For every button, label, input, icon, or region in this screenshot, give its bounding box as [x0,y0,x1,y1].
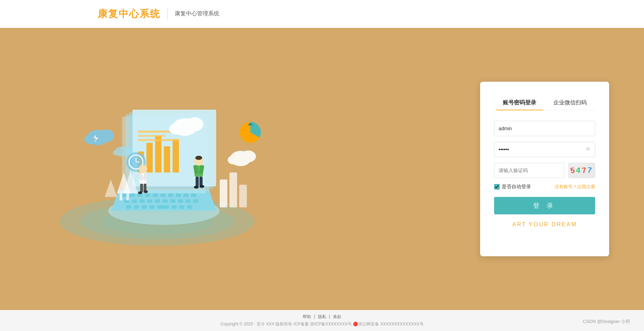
svg-point-79 [122,147,133,154]
svg-rect-41 [173,139,179,172]
captcha-row: 5 4 7 7 [494,163,595,178]
tab-password[interactable]: 账号密码登录 [496,96,543,110]
svg-point-80 [113,149,121,156]
svg-rect-55 [120,193,122,200]
footer-credit: CSDN @Designer 小邦 [583,318,630,325]
logo-cn: 康复中心系统 [98,7,160,21]
svg-point-66 [195,156,202,160]
svg-rect-24 [193,199,198,203]
svg-marker-54 [105,179,117,197]
svg-rect-29 [157,205,169,209]
svg-rect-40 [164,146,170,172]
username-field-wrapper [494,121,595,136]
header-divider [167,9,168,19]
svg-rect-56 [126,193,129,200]
auto-login-row: 是否自动登录 没有账号？点我注册 [494,184,595,190]
svg-rect-6 [130,193,135,197]
password-input[interactable] [494,142,595,157]
auto-login-label: 是否自动登录 [502,184,531,190]
svg-rect-22 [178,199,183,203]
svg-rect-51 [239,185,247,207]
svg-rect-10 [160,193,166,197]
svg-rect-43 [138,135,166,137]
auto-login-checkbox[interactable] [494,184,500,190]
svg-rect-49 [220,179,227,207]
svg-rect-39 [155,136,161,172]
svg-rect-26 [134,205,139,209]
svg-point-85 [241,150,256,162]
svg-rect-17 [139,199,145,203]
svg-rect-61 [140,184,143,192]
illustration [35,82,279,256]
footer-privacy-link[interactable]: 隐私 [318,314,326,320]
svg-point-64 [144,190,148,193]
auto-login-left: 是否自动登录 [494,184,531,190]
register-link[interactable]: 没有账号？点我注册 [554,184,595,190]
tab-wechat[interactable]: 企业微信扫码 [546,96,594,110]
login-button[interactable]: 登 录 [494,197,595,214]
svg-rect-31 [179,205,184,209]
main-area: 账号密码登录 企业微信扫码 👁 5 4 7 7 是否自动登录 [0,28,644,310]
svg-point-57 [139,165,147,173]
svg-rect-30 [172,205,177,209]
svg-rect-9 [153,193,158,197]
svg-rect-14 [191,193,196,197]
svg-rect-18 [147,199,152,203]
svg-rect-21 [170,199,175,203]
svg-rect-13 [183,193,189,197]
svg-point-75 [99,130,114,142]
svg-rect-32 [187,205,192,209]
footer-help-link[interactable]: 帮助 [303,314,311,320]
login-tabs: 账号密码登录 企业微信扫码 [494,96,595,110]
footer-terms-link[interactable]: 条款 [333,314,341,320]
svg-rect-11 [168,193,173,197]
svg-rect-25 [126,205,131,209]
svg-rect-23 [185,199,191,203]
svg-rect-16 [132,199,137,203]
svg-rect-70 [196,177,199,186]
svg-point-63 [138,191,142,194]
svg-point-72 [194,186,199,189]
header-subtitle: 康复中心管理系统 [175,10,219,17]
svg-rect-28 [149,205,154,209]
svg-rect-71 [199,177,203,186]
footer: 帮助 | 隐私 | 条款 Copyright © 2020 · 至今 XXX 版… [0,310,644,331]
svg-rect-8 [145,193,150,197]
svg-point-86 [228,155,240,164]
svg-rect-27 [142,205,147,209]
svg-point-82 [186,117,203,131]
username-input[interactable] [494,121,595,136]
svg-rect-42 [138,131,173,133]
svg-rect-50 [229,172,237,207]
svg-rect-12 [176,193,181,197]
footer-links: 帮助 | 隐私 | 条款 [303,314,341,320]
password-eye-icon[interactable]: 👁 [585,146,591,153]
art-dream-text: ART YOUR DREAM [494,221,595,228]
header: 康复中心系统 康复中心管理系统 [0,0,644,28]
svg-rect-20 [162,199,168,203]
captcha-image[interactable]: 5 4 7 7 [568,163,595,178]
password-field-wrapper: 👁 [494,142,595,157]
login-card: 账号密码登录 企业微信扫码 👁 5 4 7 7 是否自动登录 [480,82,609,256]
svg-rect-19 [155,199,160,203]
svg-point-73 [199,185,204,188]
svg-rect-44 [138,139,180,141]
captcha-input[interactable] [494,163,564,178]
svg-point-76 [84,134,97,144]
svg-rect-38 [146,143,153,172]
svg-point-83 [169,123,183,134]
footer-copyright: Copyright © 2020 · 至今 XXX 版权所有 ICP备案 浙IC… [220,321,424,327]
